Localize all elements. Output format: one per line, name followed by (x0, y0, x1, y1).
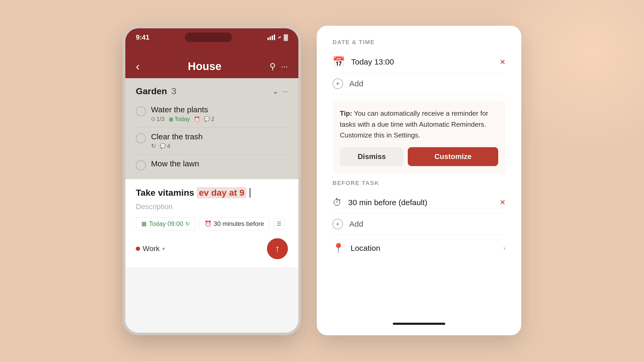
add-datetime-label: Add (349, 79, 363, 88)
battery-icon: ▓ (284, 34, 288, 41)
task-checkbox[interactable] (136, 133, 146, 143)
dismiss-button[interactable]: Dismiss (340, 147, 404, 166)
work-dot (136, 247, 140, 251)
phone-header-area: 9:41 ⌿ ▓ (125, 28, 298, 57)
repeat-icon: ↻ (151, 143, 156, 150)
garden-count: 3 (171, 86, 176, 96)
garden-title: Garden (136, 86, 167, 96)
editor-title: Take vitamins ev day at 9 (136, 187, 288, 198)
task-footer: Work ▾ ↑ (136, 236, 288, 259)
task-name: Clear the trash (151, 132, 288, 141)
task-item: Mow the lawn (136, 156, 288, 174)
comment-icon: 💬 (204, 116, 210, 122)
subtask-meta: ⌬ 1/3 (151, 116, 165, 123)
before-task-value: 30 min before (default) (348, 198, 493, 207)
before-task-section-label: BEFORE TASK (332, 180, 506, 187)
task-highlight: ev day at 9 (197, 187, 246, 198)
phone-mockup: 9:41 ⌿ ▓ ‹ House ⚲ (123, 26, 301, 335)
wifi-icon: ⌿ (278, 34, 281, 41)
add-datetime-icon: + (332, 78, 343, 89)
subtask-value: 1/3 (157, 116, 165, 123)
right-panel: DATE & TIME 📅 Today 13:00 ✕ + Add Tip: Y… (317, 26, 521, 335)
task-item: Clear the trash ↻ 💬 4 (136, 129, 288, 153)
customize-button[interactable]: Customize (408, 147, 498, 166)
tip-text: Tip: You can automatically receive a rem… (340, 108, 498, 141)
task-item: Water the plants ⌬ 1/3 ▦ Today ⏰ (136, 102, 288, 126)
task-title-text: Take vitamins (136, 188, 194, 198)
task-content: Clear the trash ↻ 💬 4 (151, 132, 288, 150)
reminder-chip-value: 30 minutes before (214, 220, 264, 227)
calendar-datetime-icon: 📅 (332, 56, 345, 68)
due-value: Today (175, 116, 190, 123)
task-meta: ↻ 💬 4 (151, 143, 288, 150)
status-bar: 9:41 ⌿ ▓ (136, 33, 288, 42)
submit-icon: ↑ (275, 243, 280, 254)
due-meta: ▦ Today (169, 116, 190, 123)
alarm-chip-icon: ⏰ (205, 220, 212, 227)
before-task-item: ⏱ 30 min before (default) ✕ (332, 192, 506, 214)
more-icon[interactable]: ··· (281, 62, 288, 71)
house-title: House (188, 60, 221, 73)
work-dropdown-icon: ▾ (162, 246, 165, 252)
work-tag[interactable]: Work ▾ (136, 245, 165, 253)
collapse-icon[interactable]: ⌄ (272, 87, 278, 95)
signal-icon (267, 34, 275, 40)
home-indicator (393, 323, 445, 325)
tip-buttons: Dismiss Customize (340, 147, 498, 166)
add-reminder-item[interactable]: + Add (332, 214, 506, 235)
garden-section: Garden 3 ⌄ ··· Water the plants ⌬ 1/3 (125, 78, 298, 179)
calendar-chip-icon: ▦ (141, 220, 147, 227)
date-time-item: 📅 Today 13:00 ✕ (332, 51, 506, 73)
date-time-value: Today 13:00 (351, 57, 493, 66)
task-name: Water the plants (151, 105, 288, 114)
dynamic-island (185, 33, 232, 42)
comment-count: 2 (211, 116, 214, 123)
task-content: Water the plants ⌬ 1/3 ▦ Today ⏰ (151, 105, 288, 123)
calendar-icon: ▦ (169, 116, 173, 122)
alarm-icon: ⏰ (194, 116, 200, 122)
task-chips: ▦ Today 09:00 ↻ ⏰ 30 minutes before ☰ (136, 217, 288, 230)
tip-box: Tip: You can automatically receive a rem… (332, 101, 506, 173)
text-cursor (250, 188, 250, 198)
tip-bold: Tip: (340, 109, 352, 117)
task-name: Mow the lawn (151, 159, 288, 168)
location-item[interactable]: 📍 Location › (332, 237, 506, 259)
task-checkbox[interactable] (136, 106, 146, 116)
status-time: 9:41 (136, 33, 149, 41)
submit-fab[interactable]: ↑ (267, 238, 288, 259)
search-icon[interactable]: ⚲ (270, 61, 276, 71)
task-content: Mow the lawn (151, 159, 288, 170)
work-label: Work (143, 245, 160, 253)
task-checkbox[interactable] (136, 160, 146, 170)
section-more-icon[interactable]: ··· (283, 88, 288, 95)
app-container: 9:41 ⌿ ▓ ‹ House ⚲ (123, 26, 521, 335)
alarm-meta: ⏰ (194, 116, 200, 122)
repeat-chip-icon: ↻ (185, 221, 190, 227)
garden-title-group: Garden 3 (136, 86, 176, 96)
date-time-remove-button[interactable]: ✕ (500, 58, 506, 66)
comment-meta: 💬 2 (204, 116, 214, 123)
reminder-chip[interactable]: ⏰ 30 minutes before (199, 217, 270, 230)
comment-icon: 💬 (160, 143, 166, 149)
clock-before-icon: ⏱ (332, 197, 342, 208)
back-button[interactable]: ‹ (136, 60, 140, 73)
subtask-icon: ⌬ (151, 116, 155, 122)
add-datetime-item[interactable]: + Add (332, 73, 506, 94)
phone-nav-header: ‹ House ⚲ ··· (125, 57, 298, 78)
garden-actions: ⌄ ··· (272, 87, 288, 95)
chevron-right-icon: › (503, 244, 506, 252)
status-icons: ⌿ ▓ (267, 34, 288, 41)
comment-count: 4 (167, 143, 170, 150)
before-task-remove-button[interactable]: ✕ (500, 198, 506, 207)
tip-body: You can automatically receive a reminder… (340, 109, 488, 139)
location-pin-icon: 📍 (332, 243, 344, 254)
location-label: Location (351, 244, 497, 253)
add-reminder-icon: + (332, 219, 343, 229)
more-chip[interactable]: ☰ (273, 218, 285, 230)
garden-header: Garden 3 ⌄ ··· (136, 86, 288, 96)
date-chip[interactable]: ▦ Today 09:00 ↻ (136, 217, 195, 230)
date-chip-value: Today 09:00 (149, 220, 183, 227)
task-editor: Take vitamins ev day at 9 Description ▦ … (125, 179, 298, 267)
date-time-section-label: DATE & TIME (332, 39, 506, 46)
task-description[interactable]: Description (136, 203, 288, 211)
